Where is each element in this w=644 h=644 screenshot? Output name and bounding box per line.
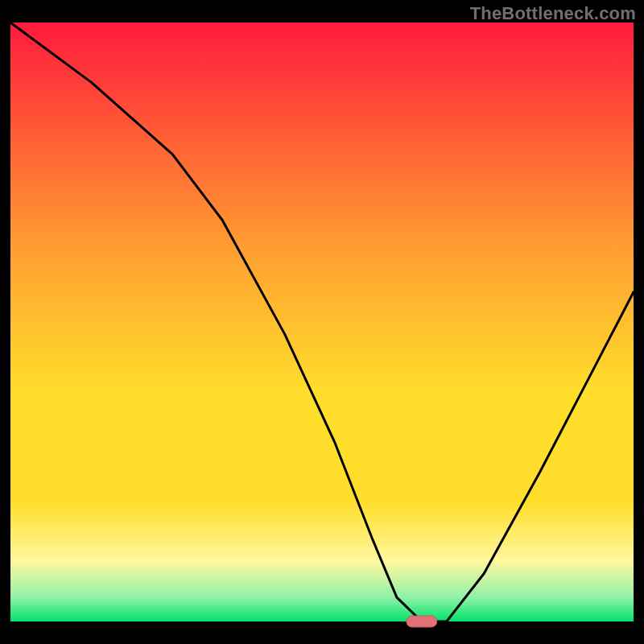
- optimum-marker: [407, 616, 437, 627]
- watermark-text: TheBottleneck.com: [470, 3, 636, 24]
- chart-container: TheBottleneck.com: [0, 0, 644, 644]
- plot-background: [10, 23, 634, 621]
- bottleneck-chart: [0, 0, 644, 644]
